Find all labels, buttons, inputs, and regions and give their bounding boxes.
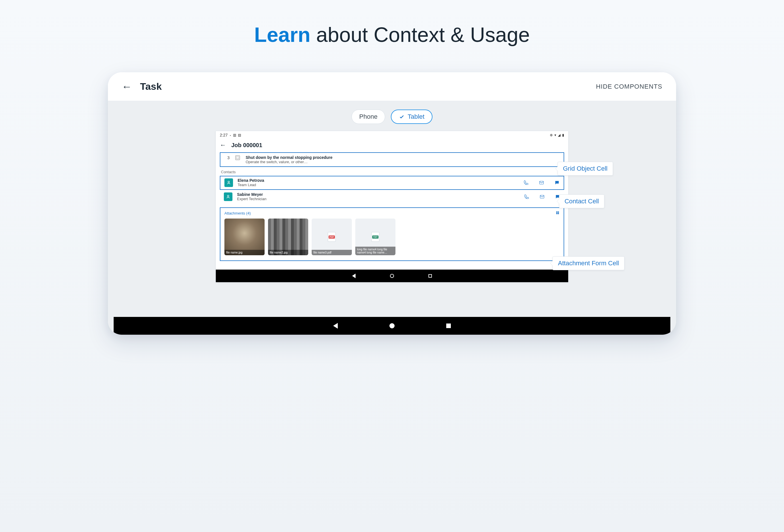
device-segmented-control: Phone Tablet [352, 110, 432, 124]
outer-tablet-frame: ← Task HIDE COMPONENTS Phone Tablet 2:27 [108, 72, 676, 335]
contact-cell-2[interactable]: Sabine Meyer Expert Technician [220, 190, 564, 203]
contacts-section-label: Contacts [216, 170, 568, 176]
inner-status-right: ⊕ ▾ ◢ ▮ [550, 133, 564, 137]
app-bar-left: ← Task [122, 81, 162, 92]
file-badge: TXT [372, 235, 378, 239]
page-heading: Learn about Context & Usage [254, 23, 530, 47]
image-placeholder-icon [235, 155, 240, 160]
segment-phone-label: Phone [359, 113, 377, 120]
svg-rect-6 [558, 213, 559, 214]
image-icon [236, 156, 239, 159]
inner-back-arrow-icon[interactable]: ← [220, 141, 226, 149]
attachment-caption: file name3.pdf [312, 250, 352, 255]
inner-status-left: 2:27 ⬩ ▥ ▤ [220, 133, 241, 137]
svg-rect-5 [556, 213, 557, 214]
inner-screen-title: Job 000001 [231, 142, 262, 149]
svg-rect-2 [540, 195, 544, 198]
person-icon [226, 195, 230, 199]
contact-role: Expert Technician [237, 197, 266, 201]
attachment-thumb[interactable]: file name2.jpg [268, 218, 308, 255]
app-bar: ← Task HIDE COMPONENTS [108, 72, 676, 101]
callout-label: Contact Cell [564, 198, 599, 205]
outer-nav-bar [114, 317, 670, 335]
nav-recent-icon[interactable] [446, 324, 451, 328]
callout-grid-object-cell: Grid Object Cell [558, 162, 613, 176]
mail-icon[interactable] [539, 194, 545, 199]
attachment-caption: long file name4 long file name4 long fil… [355, 247, 395, 255]
contact-text: Sabine Meyer Expert Technician [237, 192, 266, 201]
calendar-icon: ▥ [233, 133, 236, 137]
attachments-grid: file name.jpg file name2.jpg PDF file na… [224, 218, 560, 255]
file-icon: PDF [328, 232, 336, 242]
contact-actions [524, 194, 560, 199]
nav-back-icon[interactable] [333, 323, 338, 329]
attachment-form-cell: Attachments (4) file name.jpg file name2… [220, 207, 564, 261]
contact-role: Team Lead [237, 183, 264, 187]
nav-home-icon[interactable] [390, 274, 394, 278]
svg-rect-0 [236, 156, 239, 159]
inner-status-time: 2:27 [220, 133, 228, 137]
phone-icon[interactable] [524, 180, 529, 185]
svg-rect-4 [558, 211, 559, 212]
battery-icon: ▮ [562, 133, 564, 137]
back-arrow-icon[interactable]: ← [122, 82, 132, 92]
file-badge: PDF [329, 235, 335, 239]
bt-icon: ⊕ [550, 133, 553, 137]
svg-rect-3 [556, 211, 557, 212]
segment-tablet-label: Tablet [408, 113, 424, 120]
outer-tablet-body: Phone Tablet 2:27 ⬩ ▥ ▤ ⊕ [108, 101, 676, 335]
contact-cell[interactable]: Elena Petrova Team Lead [220, 176, 564, 190]
nav-home-icon[interactable] [389, 323, 395, 328]
grid-object-cell-row: 3 Shut down by the normal stopping proce… [220, 153, 564, 166]
page-heading-rest: about Context & Usage [310, 23, 530, 46]
attachment-thumb[interactable]: PDF file name3.pdf [312, 218, 352, 255]
attachment-caption: file name.jpg [224, 250, 264, 255]
chat-icon[interactable] [554, 180, 560, 185]
attachment-caption: file name2.jpg [268, 250, 308, 255]
contact-avatar-icon [224, 178, 233, 187]
attachment-thumb[interactable]: file name.jpg [224, 218, 264, 255]
attachments-label: Attachments (4) [224, 211, 251, 215]
app-icon: ▤ [238, 133, 241, 137]
attachment-thumb[interactable]: TXT long file name4 long file name4 long… [355, 218, 395, 255]
signal-icon: ◢ [558, 133, 560, 137]
contact-name: Elena Petrova [237, 178, 264, 183]
mail-icon[interactable] [539, 180, 544, 185]
callout-label: Attachment Form Cell [558, 260, 619, 267]
callout-label: Grid Object Cell [563, 165, 608, 172]
file-icon: TXT [371, 232, 380, 242]
svg-rect-1 [539, 181, 543, 184]
attachments-header: Attachments (4) [224, 211, 560, 216]
phone-icon[interactable] [524, 194, 529, 199]
grid-object-cell[interactable]: 3 Shut down by the normal stopping proce… [220, 152, 564, 167]
inner-nav-bar [216, 270, 568, 282]
hide-components-button[interactable]: HIDE COMPONENTS [596, 83, 662, 90]
contact-name: Sabine Meyer [237, 192, 266, 197]
app-bar-title: Task [140, 81, 162, 92]
segment-tablet[interactable]: Tablet [391, 110, 432, 124]
grid-cell-title: Shut down by the normal stopping procedu… [246, 155, 333, 160]
contact-avatar-icon [224, 193, 232, 201]
segment-phone[interactable]: Phone [352, 110, 385, 124]
inner-device-frame: 2:27 ⬩ ▥ ▤ ⊕ ▾ ◢ ▮ ← Job 000001 [216, 131, 568, 283]
person-icon [226, 180, 231, 185]
wifi-icon: ▾ [554, 133, 556, 137]
nav-recent-icon[interactable] [428, 274, 432, 277]
grid-cell-text: Shut down by the normal stopping procedu… [246, 155, 333, 164]
preview-stage: 2:27 ⬩ ▥ ▤ ⊕ ▾ ◢ ▮ ← Job 000001 [168, 131, 616, 317]
inner-status-bar: 2:27 ⬩ ▥ ▤ ⊕ ▾ ◢ ▮ [216, 131, 568, 139]
check-icon [399, 114, 404, 120]
add-attachment-icon[interactable] [556, 211, 560, 216]
inner-title-bar: ← Job 000001 [216, 139, 568, 152]
callout-contact-cell: Contact Cell [559, 195, 604, 208]
grid-cell-subtitle: Operate the switch, valure, or other… [246, 160, 333, 164]
callout-attachment-form-cell: Attachment Form Cell [553, 257, 624, 270]
contact-text: Elena Petrova Team Lead [237, 178, 264, 187]
grid-cell-index: 3 [224, 155, 230, 160]
nav-back-icon[interactable] [352, 274, 356, 278]
contact-actions [524, 180, 560, 185]
page-heading-accent: Learn [254, 23, 310, 46]
location-icon: ⬩ [229, 133, 231, 137]
